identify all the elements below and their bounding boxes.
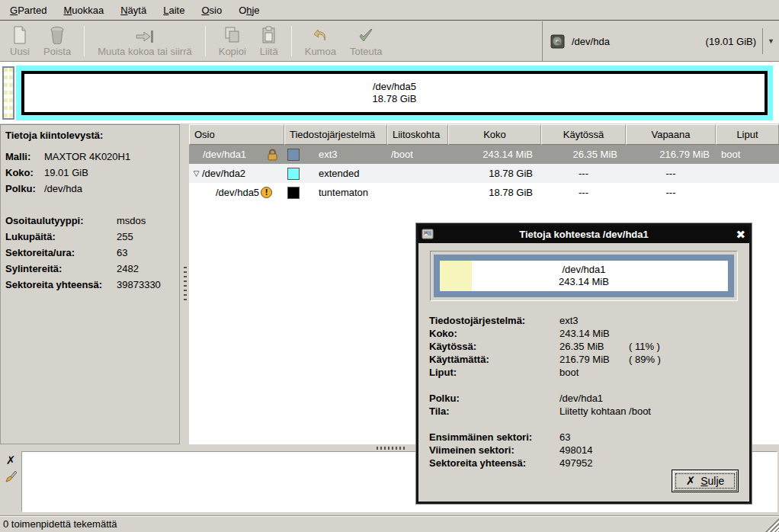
delete-operation-icon[interactable]: ✗ [6,453,16,467]
diskbar-partition-hda1[interactable] [2,66,14,120]
apply-button-label: Toteuta [350,46,383,57]
paste-button-label: Liitä [260,46,278,57]
partition-name: /dev/hda1 [203,149,246,160]
detail-label: Käytössä: [429,340,559,353]
menu-laite[interactable]: Laite [155,0,193,20]
device-info-title: Tietoja kiintolevystä: [5,130,179,141]
info-label: Sylintereitä: [5,261,117,277]
apply-icon [357,26,374,44]
info-label: Sektoreita/ura: [5,245,117,261]
splitter-grip [184,267,187,300]
resize-grip[interactable] [765,518,779,532]
detail-label: Käyttämättä: [429,353,559,366]
close-button-label: Sulje [700,475,724,487]
partition-info-dialog: Tietoja kohteesta /dev/hda1 ✖ /dev/hda1 … [416,223,752,504]
delete-button[interactable]: Poista [37,24,78,59]
size-value: 18.78 GiB [489,187,533,198]
detail-extra: ( 89% ) [629,353,749,366]
delete-icon [50,26,65,44]
menu-osio[interactable]: Osio [193,0,230,20]
new-button-label: Uusi [10,46,30,57]
column-header-liput[interactable]: Liput [716,124,779,145]
detail-label: Polku: [429,392,559,405]
free-value: --- [666,168,676,179]
info-value: 63 [117,245,127,261]
device-size: (19.01 GiB) [706,36,756,47]
detail-label: Tiedostojärjestelmä: [429,314,559,327]
column-header-osio[interactable]: Osio [189,124,284,145]
diskbar-partition-extended[interactable]: /dev/hda5 18.78 GiB [16,66,773,120]
info-label: Koko: [5,165,44,181]
dialog-partition-visual-frame: /dev/hda1 243.14 MiB [430,251,738,301]
diskbar-partition-hda5[interactable]: /dev/hda5 18.78 GiB [21,71,768,115]
table-row-hda5[interactable]: /dev/hda5 ! tuntematon 18.78 GiB --- --- [189,183,779,202]
dialog-titlebar[interactable]: Tietoja kohteesta /dev/hda1 ✖ [418,226,749,243]
info-value: msdos [117,213,146,229]
detail-label: Ensimmäinen sektori: [429,431,559,444]
column-header-koko[interactable]: Koko [448,124,541,145]
toolbar-separator [205,26,206,56]
device-selector[interactable]: /dev/hda (19.01 GiB) ▼ [542,21,779,61]
column-header-liitoskohta[interactable]: Liitoskohta [387,124,448,145]
table-row-hda2[interactable]: ▽ /dev/hda2 extended 18.78 GiB --- --- [189,164,779,183]
paste-button[interactable]: Liitä [253,24,285,59]
detail-value: 497952 [559,457,629,470]
undo-button[interactable]: Kumoa [298,24,343,59]
undo-button-label: Kumoa [305,46,336,57]
column-header-tiedostojarjestelma[interactable]: Tiedostojärjestelmä [284,124,387,145]
apply-button[interactable]: Toteuta [343,24,390,59]
warning-icon: ! [261,187,272,198]
detail-label: Tila: [429,405,559,418]
free-value: --- [666,187,676,198]
hard-disk-icon [550,34,565,49]
table-row-hda1[interactable]: /dev/hda1 ext3 /boot 243.14 MiB 26.35 Mi… [189,145,779,164]
resize-move-button-label: Muuta kokoa tai siirrä [98,46,192,57]
used-value: --- [579,168,588,179]
device-info-panel: Tietoja kiintolevystä: Malli:MAXTOR 4K02… [0,124,180,444]
detail-value: /dev/hda1 [559,392,749,405]
column-header-kaytossa[interactable]: Käytössä [541,124,626,145]
flags-value: boot [721,149,740,160]
new-partition-icon [12,26,27,44]
info-value: 2482 [117,261,139,277]
dialog-partition-label: /dev/hda1 243.14 MiB [440,261,728,291]
info-value: /dev/hda [44,181,82,197]
statusbar-text: 0 toimenpidettä tekemättä [3,518,117,530]
diskbar-hda5-size: 18.78 GiB [373,93,417,105]
copy-button[interactable]: Kopioi [212,24,253,59]
close-button[interactable]: ✗ Sulje [672,470,739,492]
used-dash-pattern [4,68,8,118]
toolbar-separator [84,26,85,56]
brush-icon[interactable] [5,470,18,483]
device-path: /dev/hda [572,36,706,47]
column-header-vapaana[interactable]: Vapaana [626,124,716,145]
filesystem-color-swatch [287,149,300,161]
detail-label: Liput: [429,366,559,379]
splitter-grip [377,447,406,450]
dialog-window-icon [422,228,434,240]
info-label: Sektoreita yhteensä: [5,277,117,293]
menu-muokkaa[interactable]: Muokkaa [55,0,112,20]
copy-icon [224,26,241,44]
detail-extra [629,366,749,379]
resize-move-icon [135,26,155,44]
menu-ohje[interactable]: Ohje [230,0,268,20]
used-value: 26.35 MiB [572,149,617,160]
undo-icon [312,26,329,44]
new-button[interactable]: Uusi [3,24,37,59]
info-label: Malli: [5,149,44,165]
expander-icon[interactable]: ▽ [191,169,202,178]
size-value: 243.14 MiB [482,149,533,160]
filesystem-name: extended [319,168,360,179]
info-value: 39873330 [117,277,161,293]
menu-nayta[interactable]: Näytä [112,0,155,20]
vertical-splitter[interactable] [181,124,189,444]
resize-move-button[interactable]: Muuta kokoa tai siirrä [91,24,199,59]
statusbar: 0 toimenpidettä tekemättä [0,515,779,532]
table-header: Osio Tiedostojärjestelmä Liitoskohta Kok… [189,124,779,145]
copy-button-label: Kopioi [219,46,246,57]
close-icon[interactable]: ✖ [736,226,745,243]
dialog-partition-name: /dev/hda1 [562,264,605,276]
close-x-icon: ✗ [686,474,696,488]
menu-gparted[interactable]: GParted [2,0,55,20]
